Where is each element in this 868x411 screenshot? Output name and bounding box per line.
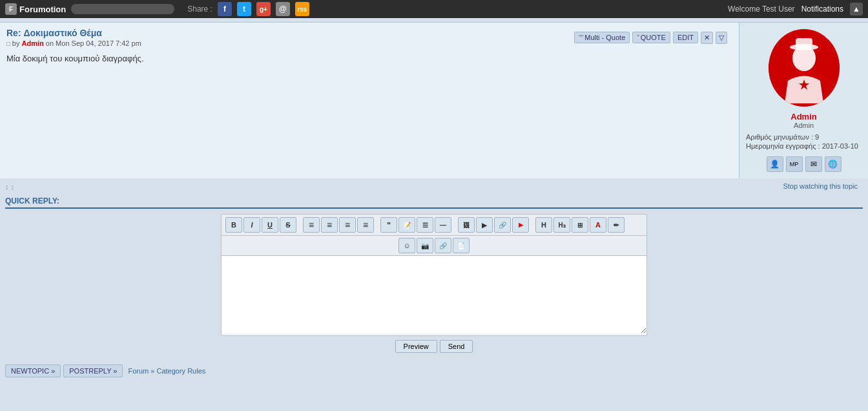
share-label: Share : bbox=[187, 5, 212, 14]
main-content: Re: Δοκιμαστικό Θέμα □ by Admin on Mon S… bbox=[0, 18, 868, 383]
preview-button[interactable]: Preview bbox=[395, 340, 437, 353]
align-right-button[interactable]: ≡ bbox=[339, 217, 356, 233]
bottom-nav: NEWTOPIC » POSTREPLY » Forum » Category … bbox=[0, 362, 868, 380]
align-left-button[interactable]: ≡ bbox=[303, 217, 320, 233]
logo-text: Forumotion bbox=[19, 5, 66, 14]
link-button[interactable]: 🔗 bbox=[494, 217, 511, 233]
scroll-up-icon[interactable]: ▲ bbox=[850, 3, 863, 16]
newtopic-button[interactable]: NEWTOPIC » bbox=[5, 364, 61, 377]
editor-submit-row: Preview Send bbox=[5, 336, 863, 357]
postreply-button[interactable]: POSTREPLY » bbox=[63, 364, 123, 377]
quick-reply-label: QUICK REPLY: bbox=[5, 196, 863, 209]
post-footer-row: ↕ ↕ Stop watching this topic bbox=[0, 180, 868, 194]
watch-topic-link[interactable]: Stop watching this topic bbox=[783, 182, 858, 190]
email-icon-btn[interactable]: ✉ bbox=[805, 156, 822, 172]
h-button[interactable]: H bbox=[535, 217, 552, 233]
facebook-icon[interactable]: f bbox=[218, 2, 232, 16]
web-icon-btn[interactable]: 🌐 bbox=[825, 156, 842, 172]
email-icon[interactable]: @ bbox=[276, 2, 290, 16]
list-button[interactable]: ☰ bbox=[417, 217, 433, 233]
flash-button[interactable]: ▶ bbox=[476, 217, 493, 233]
send-button[interactable]: Send bbox=[440, 340, 473, 353]
author-link[interactable]: Admin bbox=[22, 39, 44, 47]
quick-reply-section: QUICK REPLY: B I U S ≡ ≡ ≡ ≡ " 📝 ☰ — 🖼 bbox=[0, 194, 868, 362]
color-button[interactable]: A bbox=[590, 217, 606, 233]
editor-toolbar-row2: ☺ 📷 🔗 📄 bbox=[222, 236, 646, 256]
table-button[interactable]: ⊞ bbox=[572, 217, 588, 233]
emoji-button[interactable]: ☺ bbox=[398, 238, 415, 253]
post-body: Μία δοκιμή του κουμπιού διαγραφής. bbox=[6, 54, 732, 63]
editor-toolbar: B I U S ≡ ≡ ≡ ≡ " 📝 ☰ — 🖼 ▶ 🔗 ▶ H bbox=[222, 215, 646, 236]
quote-toolbar-button[interactable]: " bbox=[380, 217, 397, 233]
sidebar-role: Admin bbox=[794, 121, 814, 129]
post-title[interactable]: Re: Δοκιμαστικό Θέμα bbox=[6, 28, 102, 38]
underline-button[interactable]: U bbox=[262, 217, 278, 233]
messages-stat: Αριθμός μηνυμάτων : 9 bbox=[746, 133, 862, 141]
sidebar-icon-row: 👤 MP ✉ 🌐 bbox=[767, 156, 842, 172]
watch-topic: Stop watching this topic bbox=[778, 181, 863, 193]
bold-button[interactable]: B bbox=[225, 217, 242, 233]
post-sidebar: Admin Admin Αριθμός μηνυμάτων : 9 Ημερομ… bbox=[739, 23, 868, 178]
post-meta: □ by Admin on Mon Sep 04, 2017 7:42 pm bbox=[6, 39, 141, 47]
topbar: F Forumotion Share : f t g+ @ rss Welcom… bbox=[0, 0, 868, 18]
align-center-button[interactable]: ≡ bbox=[321, 217, 338, 233]
edit-button[interactable]: EDIT bbox=[673, 32, 698, 43]
hr-button[interactable]: — bbox=[435, 217, 451, 233]
youtube-button[interactable]: ▶ bbox=[512, 217, 529, 233]
arrows: ↕ ↕ bbox=[5, 183, 14, 191]
sidebar-stats: Αριθμός μηνυμάτων : 9 Ημερομηνία εγγραφή… bbox=[746, 133, 862, 151]
mp-icon-btn[interactable]: MP bbox=[786, 156, 803, 172]
text-button[interactable]: 📄 bbox=[453, 238, 470, 253]
profile-icon-btn[interactable]: 👤 bbox=[767, 156, 783, 172]
svg-rect-3 bbox=[796, 38, 812, 48]
font-button[interactable]: ✏ bbox=[608, 217, 625, 233]
search-input[interactable] bbox=[71, 4, 174, 14]
report-button[interactable]: ▽ bbox=[716, 32, 727, 44]
italic-button[interactable]: I bbox=[243, 217, 260, 233]
url-button[interactable]: 🔗 bbox=[435, 238, 451, 253]
editor-container: B I U S ≡ ≡ ≡ ≡ " 📝 ☰ — 🖼 ▶ 🔗 ▶ H bbox=[221, 214, 647, 336]
notifications-link[interactable]: Notifications bbox=[801, 5, 843, 14]
topbar-right: Welcome Test User Notifications ▲ bbox=[728, 3, 863, 16]
image2-button[interactable]: 📷 bbox=[417, 238, 433, 253]
join-stat: Ημερομηνία εγγραφής : 2017-03-10 bbox=[746, 142, 862, 150]
sidebar-username: Admin bbox=[790, 112, 816, 121]
delete-button[interactable]: ✕ bbox=[701, 32, 713, 44]
image-button[interactable]: 🖼 bbox=[458, 217, 475, 233]
logo-icon: F bbox=[5, 3, 17, 15]
justify-button[interactable]: ≡ bbox=[357, 217, 374, 233]
logo: F Forumotion bbox=[5, 3, 66, 15]
post-date: on Mon Sep 04, 2017 7:42 pm bbox=[46, 39, 141, 47]
post-content: Re: Δοκιμαστικό Θέμα □ by Admin on Mon S… bbox=[0, 23, 739, 178]
rss-icon[interactable]: rss bbox=[295, 2, 309, 16]
quote-button[interactable]: " QUOTE bbox=[632, 32, 670, 43]
avatar-image bbox=[769, 29, 840, 107]
post-actions: "" Multi - Quote " QUOTE EDIT ✕ ▽ bbox=[574, 28, 732, 44]
welcome-text: Welcome Test User bbox=[728, 5, 795, 14]
doc-icon: □ bbox=[6, 40, 12, 47]
avatar bbox=[769, 29, 840, 107]
code-button[interactable]: 📝 bbox=[398, 217, 415, 233]
post-container: Re: Δοκιμαστικό Θέμα □ by Admin on Mon S… bbox=[0, 22, 868, 178]
h2-button[interactable]: H₂ bbox=[553, 217, 570, 233]
twitter-icon[interactable]: t bbox=[237, 2, 251, 16]
forum-breadcrumb-link[interactable]: Forum » Category Rules bbox=[125, 364, 208, 377]
strikethrough-button[interactable]: S bbox=[280, 217, 296, 233]
multi-quote-button[interactable]: "" Multi - Quote bbox=[574, 32, 630, 43]
googleplus-icon[interactable]: g+ bbox=[256, 2, 271, 16]
reply-textarea[interactable] bbox=[222, 256, 646, 333]
